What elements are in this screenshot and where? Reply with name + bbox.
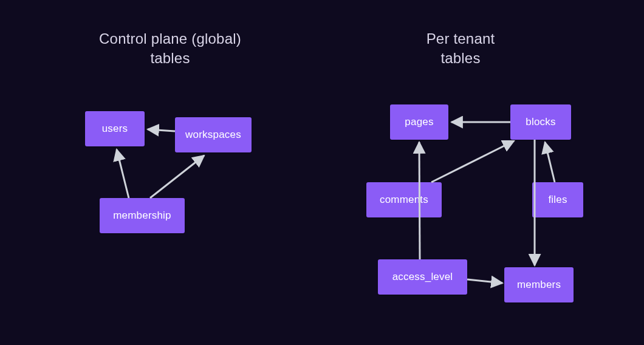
node-pages: pages [390,104,448,140]
node-users: users [85,111,145,146]
node-members: members [504,267,574,302]
edge-workspaces-users [148,129,175,131]
edge-files-blocks [545,142,555,182]
node-comments: comments [366,182,442,217]
left-section-title: Control plane (global) tables [79,29,261,69]
node-membership: membership [100,198,185,233]
edge-membership-users [117,149,129,198]
edge-comments-blocks [431,141,514,182]
edge-accesslevel-members [467,279,502,283]
right-section-title: Per tenant tables [382,29,540,69]
node-blocks: blocks [510,104,571,140]
node-access-level: access_level [378,259,467,295]
node-workspaces: workspaces [175,117,252,152]
node-files: files [532,182,583,217]
edge-membership-workspaces [150,155,204,198]
